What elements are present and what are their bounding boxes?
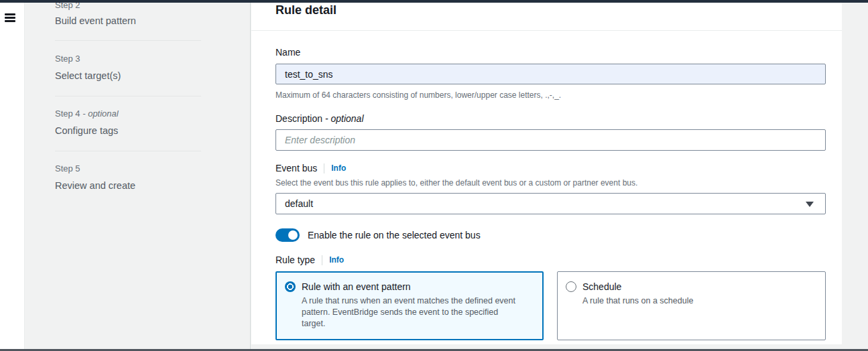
option-title: Rule with an event pattern bbox=[302, 281, 411, 292]
enable-rule-toggle-row: Enable the rule on the selected event bu… bbox=[275, 228, 481, 242]
eventbridge-create-rule-page: Step 2 Build event pattern Step 3 Select… bbox=[0, 0, 868, 351]
page-title: Rule detail bbox=[275, 3, 336, 17]
rule-type-label: Rule type bbox=[275, 255, 315, 265]
header-divider bbox=[251, 30, 842, 31]
rule-type-label-row: Rule type Info bbox=[275, 255, 344, 265]
rule-type-option-schedule[interactable]: Schedule A rule that runs on a schedule bbox=[557, 271, 826, 340]
step-5-number: Step 5 bbox=[55, 163, 80, 173]
enable-rule-toggle[interactable] bbox=[275, 228, 300, 242]
caret-down-icon bbox=[806, 202, 814, 207]
radio-unselected-icon[interactable] bbox=[566, 281, 576, 292]
console-top-bar bbox=[0, 0, 868, 3]
step-3-number: Step 3 bbox=[55, 54, 80, 64]
toggle-knob-icon bbox=[288, 230, 298, 240]
option-title: Schedule bbox=[582, 281, 621, 292]
label-divider bbox=[324, 163, 324, 173]
sidebar-item-select-targets[interactable]: Select target(s) bbox=[55, 70, 121, 81]
event-bus-select[interactable]: default bbox=[275, 193, 826, 214]
event-bus-info-link[interactable]: Info bbox=[331, 163, 346, 173]
enable-rule-toggle-label: Enable the rule on the selected event bu… bbox=[308, 230, 481, 240]
option-description: A rule that runs when an event matches t… bbox=[302, 295, 524, 330]
event-bus-label-row: Event bus Info bbox=[275, 163, 346, 173]
description-input[interactable] bbox=[275, 129, 826, 151]
sidebar-item-build-event-pattern[interactable]: Build event pattern bbox=[55, 15, 136, 26]
name-label: Name bbox=[275, 46, 300, 58]
collapsed-nav-rail bbox=[0, 3, 25, 349]
radio-selected-icon[interactable] bbox=[285, 281, 296, 292]
sidebar-item-configure-tags[interactable]: Configure tags bbox=[55, 125, 118, 136]
rule-type-info-link[interactable]: Info bbox=[329, 255, 344, 265]
rule-type-option-event-pattern[interactable]: Rule with an event pattern A rule that r… bbox=[275, 271, 544, 340]
rule-name-input[interactable] bbox=[275, 64, 826, 84]
rule-detail-panel: Rule detail Name Maximum of 64 character… bbox=[251, 3, 842, 344]
event-bus-label: Event bus bbox=[275, 163, 317, 173]
step-divider bbox=[55, 151, 201, 151]
step-4-number: Step 4 - optional bbox=[55, 109, 119, 119]
option-description: A rule that runs on a schedule bbox=[582, 295, 805, 307]
event-bus-helper-text: Select the event bus this rule applies t… bbox=[275, 178, 637, 188]
step-divider bbox=[55, 96, 201, 96]
label-divider bbox=[322, 255, 322, 265]
sidebar-item-review-and-create[interactable]: Review and create bbox=[55, 180, 135, 191]
event-bus-selected-value: default bbox=[285, 198, 313, 209]
wizard-steps-nav: Step 2 Build event pattern Step 3 Select… bbox=[25, 3, 251, 349]
name-helper-text: Maximum of 64 characters consisting of n… bbox=[275, 90, 561, 100]
hamburger-menu-icon[interactable] bbox=[5, 13, 15, 22]
step-divider bbox=[55, 40, 201, 41]
description-label: Description - optional bbox=[275, 113, 364, 125]
